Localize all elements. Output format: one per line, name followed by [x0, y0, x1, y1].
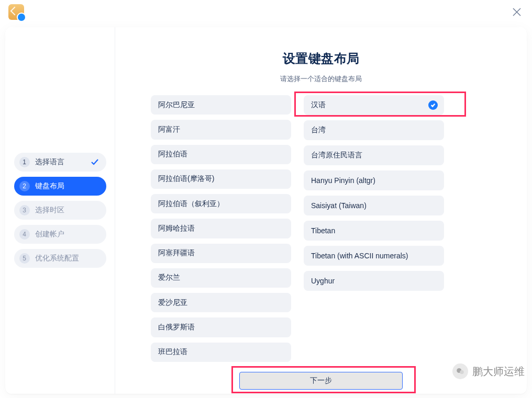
step-label: 创建帐户: [35, 230, 64, 239]
layout-variant-option[interactable]: Hanyu Pinyin (altgr): [304, 170, 444, 190]
keyboard-layout-lists: 阿尔巴尼亚阿富汗阿拉伯语阿拉伯语(摩洛哥)阿拉伯语（叙利亚）阿姆哈拉语阿塞拜疆语…: [151, 95, 444, 362]
layout-variant-option[interactable]: Tibetan (with ASCII numerals): [304, 246, 444, 266]
step-label: 键盘布局: [35, 181, 64, 191]
layout-group-option[interactable]: 阿姆哈拉语: [151, 219, 291, 238]
step-label: 优化系统配置: [35, 254, 79, 263]
step-3: 3选择时区: [14, 201, 106, 220]
option-label: 汉语: [311, 100, 326, 110]
footer-actions: 下一步: [115, 372, 527, 390]
layout-variant-option[interactable]: Uyghur: [304, 271, 444, 291]
check-icon: [91, 158, 99, 166]
layout-variant-option[interactable]: 汉语: [304, 95, 444, 115]
layout-variant-list[interactable]: 汉语台湾台湾原住民语言Hanyu Pinyin (altgr)Saisiyat …: [304, 95, 444, 362]
layout-group-option[interactable]: 阿拉伯语(摩洛哥): [151, 169, 291, 189]
page-subtitle: 请选择一个适合的键盘布局: [280, 74, 362, 84]
step-number: 5: [19, 253, 30, 264]
option-label: 阿拉伯语（叙利亚）: [158, 199, 224, 209]
layout-group-option[interactable]: 爱沙尼亚: [151, 293, 291, 312]
step-2[interactable]: 2键盘布局: [14, 177, 106, 196]
layout-group-option[interactable]: 阿塞拜疆语: [151, 244, 291, 263]
step-label: 选择语言: [35, 157, 64, 167]
option-label: Tibetan: [311, 226, 335, 235]
layout-group-option[interactable]: 白俄罗斯语: [151, 317, 291, 337]
option-label: Saisiyat (Taiwan): [311, 201, 367, 210]
layout-variant-option[interactable]: Tibetan: [304, 221, 444, 241]
option-label: 班巴拉语: [158, 347, 187, 357]
step-4: 4创建帐户: [14, 225, 106, 244]
layout-group-option[interactable]: 阿尔巴尼亚: [151, 95, 291, 115]
option-label: 白俄罗斯语: [158, 323, 195, 332]
layout-group-option[interactable]: 阿拉伯语（叙利亚）: [151, 194, 291, 213]
option-label: Uyghur: [311, 277, 335, 285]
layout-variant-option[interactable]: Saisiyat (Taiwan): [304, 196, 444, 215]
layout-variant-option[interactable]: 台湾原住民语言: [304, 145, 444, 165]
option-label: 台湾原住民语言: [311, 151, 362, 160]
option-label: 阿富汗: [158, 125, 180, 134]
layout-group-option[interactable]: 阿拉伯语: [151, 145, 291, 164]
title-bar: [0, 0, 532, 24]
step-number: 1: [19, 157, 30, 167]
step-number: 2: [19, 181, 30, 191]
option-label: 阿姆哈拉语: [158, 224, 195, 233]
main-panel: 设置键盘布局 请选择一个适合的键盘布局 阿尔巴尼亚阿富汗阿拉伯语阿拉伯语(摩洛哥…: [115, 27, 527, 394]
option-label: 台湾: [311, 126, 326, 135]
option-label: 阿塞拜疆语: [158, 248, 195, 258]
layout-group-option[interactable]: 班巴拉语: [151, 343, 291, 362]
option-label: 阿拉伯语: [158, 150, 187, 159]
option-label: Tibetan (with ASCII numerals): [311, 252, 408, 260]
layout-group-option[interactable]: 阿富汗: [151, 120, 291, 139]
step-label: 选择时区: [35, 206, 64, 215]
option-label: Hanyu Pinyin (altgr): [311, 176, 375, 185]
option-label: 爱尔兰: [158, 273, 180, 282]
next-button-label: 下一步: [310, 376, 332, 385]
option-label: 爱沙尼亚: [158, 298, 187, 308]
step-5: 5优化系统配置: [14, 249, 106, 268]
close-icon: [512, 7, 522, 17]
close-button[interactable]: [512, 7, 522, 17]
app-icon: [8, 4, 24, 20]
next-button[interactable]: 下一步: [239, 372, 403, 390]
page-title: 设置键盘布局: [283, 50, 360, 67]
steps-sidebar: 1选择语言2键盘布局3选择时区4创建帐户5优化系统配置: [5, 27, 115, 394]
layout-group-option[interactable]: 爱尔兰: [151, 268, 291, 288]
step-number: 3: [19, 205, 30, 215]
step-1[interactable]: 1选择语言: [14, 153, 106, 172]
step-number: 4: [19, 229, 30, 240]
option-label: 阿尔巴尼亚: [158, 100, 195, 110]
selected-check-icon: [428, 100, 438, 110]
option-label: 阿拉伯语(摩洛哥): [158, 174, 214, 184]
layout-variant-option[interactable]: 台湾: [304, 120, 444, 140]
layout-group-list[interactable]: 阿尔巴尼亚阿富汗阿拉伯语阿拉伯语(摩洛哥)阿拉伯语（叙利亚）阿姆哈拉语阿塞拜疆语…: [151, 95, 291, 362]
installer-card: 1选择语言2键盘布局3选择时区4创建帐户5优化系统配置 设置键盘布局 请选择一个…: [5, 27, 527, 394]
